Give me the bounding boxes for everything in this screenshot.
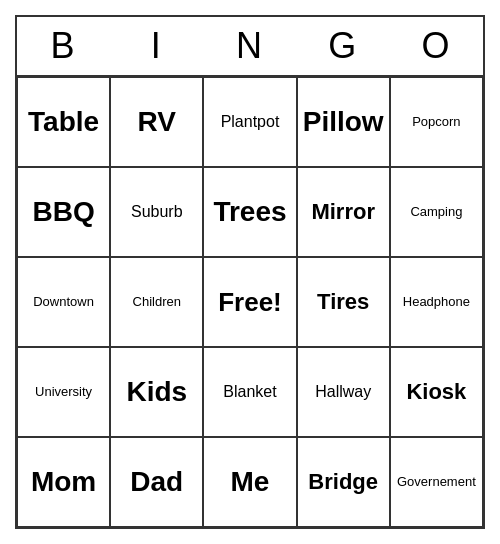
header-letter-b: B [17,17,110,75]
cell-text-0-4: Popcorn [412,115,460,129]
bingo-cell-2-0: Downtown [17,257,110,347]
bingo-cell-4-1: Dad [110,437,203,527]
header-letter-i: I [110,17,203,75]
bingo-cell-2-2: Free! [203,257,296,347]
bingo-cell-4-0: Mom [17,437,110,527]
cell-text-1-1: Suburb [131,203,183,221]
cell-text-2-1: Children [133,295,181,309]
bingo-cell-2-1: Children [110,257,203,347]
bingo-cell-0-2: Plantpot [203,77,296,167]
bingo-grid: TableRVPlantpotPillowPopcornBBQSuburbTre… [17,77,483,527]
bingo-cell-3-3: Hallway [297,347,390,437]
bingo-cell-0-0: Table [17,77,110,167]
cell-text-3-0: University [35,385,92,399]
bingo-cell-1-1: Suburb [110,167,203,257]
cell-text-4-1: Dad [130,467,183,498]
cell-text-3-3: Hallway [315,383,371,401]
bingo-cell-1-3: Mirror [297,167,390,257]
header-letter-n: N [203,17,296,75]
header-letter-o: O [390,17,483,75]
cell-text-0-0: Table [28,107,99,138]
cell-text-0-2: Plantpot [221,113,280,131]
cell-text-2-3: Tires [317,290,369,314]
cell-text-4-3: Bridge [308,470,378,494]
bingo-cell-3-4: Kiosk [390,347,483,437]
bingo-cell-4-2: Me [203,437,296,527]
bingo-cell-2-4: Headphone [390,257,483,347]
bingo-cell-0-1: RV [110,77,203,167]
bingo-cell-0-4: Popcorn [390,77,483,167]
cell-text-0-3: Pillow [303,107,384,138]
bingo-cell-1-2: Trees [203,167,296,257]
bingo-header: BINGO [17,17,483,77]
bingo-cell-3-2: Blanket [203,347,296,437]
bingo-cell-1-0: BBQ [17,167,110,257]
bingo-cell-0-3: Pillow [297,77,390,167]
bingo-cell-4-4: Governement [390,437,483,527]
header-letter-g: G [297,17,390,75]
cell-text-4-0: Mom [31,467,96,498]
cell-text-2-0: Downtown [33,295,94,309]
bingo-cell-3-0: University [17,347,110,437]
bingo-cell-3-1: Kids [110,347,203,437]
cell-text-3-2: Blanket [223,383,276,401]
cell-text-1-3: Mirror [311,200,375,224]
cell-text-3-4: Kiosk [406,380,466,404]
cell-text-2-2: Free! [218,288,282,317]
bingo-cell-1-4: Camping [390,167,483,257]
cell-text-1-2: Trees [213,197,286,228]
bingo-card: BINGO TableRVPlantpotPillowPopcornBBQSub… [15,15,485,529]
cell-text-1-0: BBQ [32,197,94,228]
cell-text-4-2: Me [231,467,270,498]
cell-text-0-1: RV [138,107,176,138]
cell-text-4-4: Governement [397,475,476,489]
bingo-cell-4-3: Bridge [297,437,390,527]
cell-text-2-4: Headphone [403,295,470,309]
bingo-cell-2-3: Tires [297,257,390,347]
cell-text-3-1: Kids [126,377,187,408]
cell-text-1-4: Camping [410,205,462,219]
